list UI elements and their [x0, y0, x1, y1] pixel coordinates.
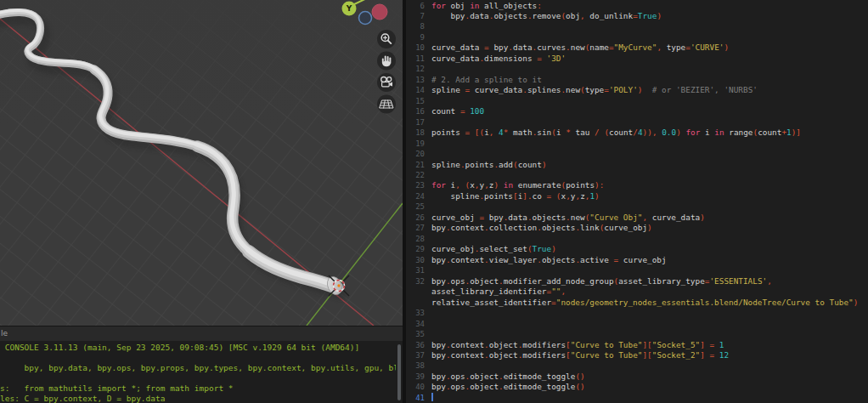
code-text: for i, (x,y,z) in enumerate(points): [431, 180, 868, 190]
console-line: CONSOLE 3.11.13 (main, Sep 23 2025, 09:0… [0, 343, 396, 353]
line-number: 6 [406, 1, 425, 11]
code-text [431, 360, 868, 371]
code-line[interactable]: 40bpy.ops.object.editmode_toggle() [406, 382, 868, 392]
code-line[interactable]: 8 [406, 21, 868, 31]
code-line[interactable]: 33 [406, 308, 868, 318]
code-line[interactable]: 31 [406, 265, 868, 275]
code-text: bpy.ops.object.editmode_toggle() [431, 382, 868, 392]
code-line[interactable]: 26curve_obj = bpy.data.objects.new("Curv… [406, 213, 868, 223]
code-line[interactable]: 36bpy.context.object.modifiers["Curve to… [406, 340, 868, 350]
code-text [431, 96, 868, 106]
code-line[interactable]: 17 [406, 117, 868, 128]
code-text: bpy.context.collection.objects.link(curv… [431, 223, 868, 233]
console-line: les: C = bpy.context, D = bpy.data [0, 394, 396, 403]
object-origin-dot [337, 284, 340, 287]
code-text: bpy.context.object.modifiers["Curve to T… [431, 350, 868, 360]
3d-viewport[interactable]: Y [0, 0, 403, 326]
code-line[interactable]: 23for i, (x,y,z) in enumerate(points): [406, 180, 868, 190]
code-text: bpy.ops.object.editmode_toggle() [431, 372, 868, 382]
code-line[interactable]: 11curve_data.dimensions = '3D' [406, 54, 868, 64]
code-line[interactable]: relative_asset_identifier="nodes/geometr… [406, 298, 868, 308]
code-line[interactable]: 18points = [(i, 4* math.sin(i * tau / (c… [406, 128, 868, 138]
code-line[interactable]: 14spline = curve_data.splines.new(type='… [406, 85, 868, 95]
code-line[interactable]: 37bpy.context.object.modifiers["Curve to… [406, 350, 868, 360]
code-line[interactable]: 28 [406, 234, 868, 244]
code-line[interactable]: 15 [406, 96, 868, 106]
code-line[interactable]: 34 [406, 319, 868, 329]
code-line[interactable]: 25 [406, 202, 868, 212]
code-line[interactable]: 16count = 100 [406, 106, 868, 116]
code-line[interactable]: 21spline.points.add(count) [406, 160, 868, 170]
line-number: 9 [406, 32, 425, 43]
code-text: curve_obj = bpy.data.objects.new("Curve … [431, 213, 868, 223]
camera-view-icon[interactable] [377, 73, 396, 92]
code-line[interactable]: 30bpy.context.view_layer.objects.active … [406, 255, 868, 265]
line-number: 24 [406, 191, 425, 202]
line-number: 30 [406, 255, 425, 265]
python-console-panel[interactable]: le CONSOLE 3.11.13 (main, Sep 23 2025, 0… [0, 326, 403, 403]
line-number: 18 [406, 128, 425, 138]
code-line[interactable]: 7 bpy.data.objects.remove(obj, do_unlink… [406, 11, 868, 21]
line-number: 23 [406, 180, 425, 190]
code-line[interactable]: 9 [406, 32, 868, 43]
code-line[interactable]: 27bpy.context.collection.objects.link(cu… [406, 223, 868, 233]
console-output[interactable]: CONSOLE 3.11.13 (main, Sep 23 2025, 09:0… [0, 343, 396, 403]
code-line[interactable]: 20 [406, 149, 868, 159]
line-number: 12 [406, 64, 425, 74]
line-number: 10 [406, 43, 425, 53]
line-number: 37 [406, 350, 425, 360]
code-line[interactable]: 19 [406, 139, 868, 149]
code-line[interactable]: 38 [406, 360, 868, 371]
code-line[interactable]: 22 [406, 170, 868, 180]
code-text [431, 170, 868, 180]
line-number: 39 [406, 372, 425, 382]
code-line[interactable]: 29curve_obj.select_set(True) [406, 244, 868, 254]
code-text: spline.points[i].co = (x,y,z,1) [431, 191, 868, 202]
code-line[interactable]: 41 [406, 393, 868, 403]
axis-x-handle[interactable] [372, 4, 387, 20]
line-number: 17 [406, 117, 425, 128]
code-line[interactable]: 10curve_data = bpy.data.curves.new(name=… [406, 43, 868, 53]
console-panel-header: le [0, 326, 403, 341]
line-number: 7 [406, 11, 425, 21]
code-text [431, 319, 868, 329]
code-text [431, 202, 868, 212]
pan-hand-icon[interactable] [377, 52, 396, 71]
code-line[interactable]: 32bpy.ops.object.modifier_add_node_group… [406, 276, 868, 287]
line-number: 31 [406, 265, 425, 275]
line-number: 11 [406, 54, 425, 64]
axis-z-handle[interactable] [359, 12, 372, 25]
code-text [431, 117, 868, 128]
code-line[interactable]: 35 [406, 329, 868, 339]
zoom-icon[interactable] [377, 30, 396, 48]
code-text [431, 393, 868, 403]
code-line[interactable]: 13# 2. Add a spline to it [406, 75, 868, 85]
code-line[interactable]: asset_library_identifier="", [406, 287, 868, 297]
code-text: curve_data = bpy.data.curves.new(name="M… [431, 43, 868, 53]
code-text [431, 265, 868, 275]
code-text [431, 308, 868, 318]
code-line[interactable]: 6for obj in all_objects: [406, 1, 868, 11]
code-line[interactable]: 24 spline.points[i].co = (x,y,z,1) [406, 191, 868, 202]
console-line: s: from mathutils import *; from math im… [0, 383, 396, 394]
grid-view-icon[interactable] [377, 95, 396, 114]
code-text [431, 21, 868, 31]
code-text: bpy.ops.object.modifier_add_node_group(a… [431, 276, 868, 287]
line-number: 21 [406, 160, 425, 170]
code-text: spline.points.add(count) [431, 160, 868, 170]
console-header-label: le [1, 329, 8, 338]
code-text: points = [(i, 4* math.sin(i * tau / (cou… [431, 128, 868, 138]
code-text [431, 234, 868, 244]
line-number: 13 [406, 75, 425, 85]
code-text: relative_asset_identifier="nodes/geometr… [431, 298, 868, 308]
console-scrollbar[interactable] [397, 344, 401, 400]
code-text: curve_data.dimensions = '3D' [431, 54, 868, 64]
code-text: spline = curve_data.splines.new(type='PO… [431, 85, 868, 95]
code-line[interactable]: 39bpy.ops.object.editmode_toggle() [406, 372, 868, 382]
code-line[interactable]: 12 [406, 64, 868, 74]
line-number: 36 [406, 340, 425, 350]
code-text: bpy.context.view_layer.objects.active = … [431, 255, 868, 265]
code-text: count = 100 [431, 106, 868, 116]
text-editor[interactable]: 6for obj in all_objects:7 bpy.data.objec… [403, 0, 868, 403]
code-area[interactable]: 6for obj in all_objects:7 bpy.data.objec… [406, 1, 868, 403]
